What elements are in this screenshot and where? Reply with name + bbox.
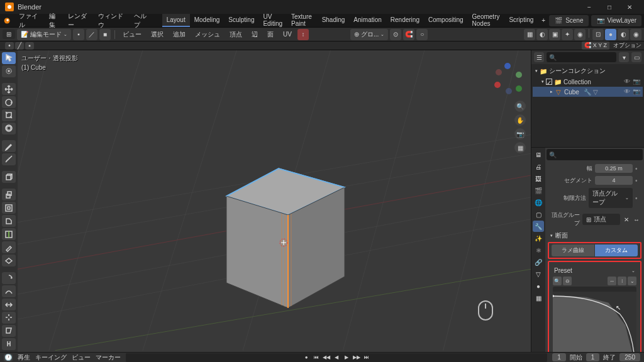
menu-edit[interactable]: 編集 bbox=[45, 14, 64, 27]
prev-key-button[interactable]: ◀◀ bbox=[322, 353, 331, 362]
edge-menu[interactable]: 辺 bbox=[248, 28, 262, 41]
mesh-display-button[interactable]: ▦ bbox=[524, 29, 535, 40]
curve-clip-v[interactable]: ⁝ bbox=[618, 277, 626, 285]
btn-lame-curve[interactable]: ラメ曲線 bbox=[552, 244, 594, 256]
gizmo-z[interactable] bbox=[504, 63, 511, 69]
proportional-button[interactable]: ○ bbox=[416, 29, 428, 40]
tool-loopcut[interactable] bbox=[2, 228, 16, 240]
prop-tab-output[interactable]: 🖨 bbox=[533, 161, 544, 172]
tab-compositing[interactable]: Compositing bbox=[424, 14, 468, 27]
maximize-button[interactable]: □ bbox=[600, 0, 619, 14]
curve-editor[interactable] bbox=[553, 287, 636, 352]
tool-annotate[interactable] bbox=[2, 140, 16, 152]
view-menu[interactable]: ビュー bbox=[119, 28, 145, 41]
scene-selector[interactable]: 🎬 Scene bbox=[549, 15, 588, 26]
preset-dropdown-icon[interactable]: ⌄ bbox=[631, 268, 635, 273]
prop-tab-modifier[interactable]: 🔧 bbox=[533, 221, 544, 232]
limit-dropdown[interactable]: 頂点グループ⌄ bbox=[589, 188, 633, 208]
workspace-add[interactable]: + bbox=[538, 14, 549, 27]
gizmo-y-neg[interactable] bbox=[516, 85, 522, 92]
tool-polybuild[interactable] bbox=[2, 255, 16, 266]
prop-tab-world[interactable]: 🌐 bbox=[533, 197, 544, 208]
prop-tab-viewlayer[interactable]: 🖼 bbox=[533, 173, 544, 184]
xyz-toggle[interactable]: 🧲 X Y Z bbox=[582, 41, 609, 50]
tab-animation[interactable]: Animation bbox=[349, 14, 386, 27]
face-select-mode[interactable]: ■ bbox=[99, 29, 111, 40]
checkbox-icon[interactable]: ✓ bbox=[546, 79, 552, 85]
3d-viewport[interactable]: ユーザー・透視投影 (1) Cube bbox=[18, 50, 531, 352]
add-menu[interactable]: 追加 bbox=[169, 28, 189, 41]
vertex-menu[interactable]: 頂点 bbox=[226, 28, 246, 41]
autokey-button[interactable]: ● bbox=[302, 353, 311, 362]
outliner-search[interactable]: 🔍 bbox=[547, 52, 616, 62]
tab-layout[interactable]: Layout bbox=[162, 14, 190, 27]
tab-geonodes[interactable]: Geometry Nodes bbox=[468, 14, 505, 27]
tab-texturepaint[interactable]: Texture Paint bbox=[287, 14, 318, 27]
tool-rip[interactable] bbox=[2, 338, 16, 350]
timeline-track[interactable]: ● ⏮ ◀◀ ◀ ▶ ▶▶ ⏭ bbox=[126, 353, 547, 362]
end-frame[interactable]: 250 bbox=[619, 353, 640, 361]
render-icon[interactable]: 📷 bbox=[633, 88, 640, 96]
gizmo-y[interactable] bbox=[516, 72, 522, 78]
rendered-shading[interactable]: ◉ bbox=[630, 29, 641, 40]
tool-select[interactable] bbox=[2, 52, 16, 64]
xray-button[interactable]: ▣ bbox=[549, 29, 560, 40]
btn-custom[interactable]: カスタム bbox=[595, 244, 638, 256]
prop-tab-particles[interactable]: ✨ bbox=[533, 233, 544, 244]
dot-icon[interactable]: • bbox=[635, 165, 640, 172]
wireframe-shading[interactable]: ⊡ bbox=[592, 29, 604, 40]
width-field[interactable]: 0.25 m bbox=[595, 164, 633, 173]
outliner-filter[interactable]: ▾ bbox=[619, 52, 629, 62]
snap-face[interactable]: ▪ bbox=[25, 42, 34, 50]
navigation-gizmo[interactable] bbox=[493, 63, 525, 94]
editor-type-button[interactable]: ⊞ bbox=[3, 30, 15, 39]
menu-help[interactable]: ヘルプ bbox=[130, 14, 155, 27]
gizmo-x-neg[interactable] bbox=[496, 69, 502, 75]
prop-tab-physics[interactable]: ⚛ bbox=[533, 244, 544, 256]
solid-shading[interactable]: ● bbox=[605, 29, 616, 40]
tool-smooth[interactable] bbox=[2, 285, 16, 297]
menu-window[interactable]: ウィンドウ bbox=[94, 14, 130, 27]
camera-icon[interactable]: 📷 bbox=[514, 128, 526, 140]
edge-select-mode[interactable]: ／ bbox=[86, 29, 97, 40]
segments-field[interactable]: 4 bbox=[595, 176, 633, 185]
prop-tab-data[interactable]: ▽ bbox=[533, 268, 544, 280]
next-key-button[interactable]: ▶▶ bbox=[352, 353, 361, 362]
dot-icon[interactable]: • bbox=[635, 195, 640, 202]
gizmo-button[interactable]: ✦ bbox=[562, 29, 573, 40]
select-menu[interactable]: 選択 bbox=[147, 28, 167, 41]
uv-menu[interactable]: UV bbox=[279, 28, 296, 41]
outliner-new-collection[interactable]: ▭ bbox=[631, 52, 641, 62]
face-menu[interactable]: 面 bbox=[264, 28, 277, 41]
current-frame[interactable]: 1 bbox=[552, 353, 566, 361]
curve-zoom-in[interactable]: 🔍 bbox=[553, 277, 562, 285]
orientation-selector[interactable]: ⊕グロ...⌄ bbox=[350, 29, 388, 40]
tool-spin[interactable] bbox=[2, 272, 16, 284]
menu-render[interactable]: レンダー bbox=[64, 14, 94, 27]
tool-knife[interactable] bbox=[2, 241, 16, 253]
overlays-button[interactable]: ◐ bbox=[536, 29, 548, 40]
overlays-toggle[interactable]: ◉ bbox=[574, 29, 586, 40]
minimize-button[interactable]: − bbox=[580, 0, 599, 14]
prop-tab-material[interactable]: ● bbox=[533, 280, 544, 292]
cube-mesh[interactable] bbox=[219, 157, 351, 314]
tool-edgeslide[interactable] bbox=[2, 299, 16, 310]
tool-scale[interactable] bbox=[2, 109, 16, 121]
mode-selector[interactable]: 📝 編集モード ⌄ bbox=[17, 29, 71, 40]
timeline-marker-menu[interactable]: マーカー bbox=[96, 353, 121, 362]
tab-uvediting[interactable]: UV Editing bbox=[258, 14, 287, 27]
tab-shading[interactable]: Shading bbox=[318, 14, 350, 27]
snap-button[interactable]: 🧲 bbox=[403, 29, 414, 40]
jump-end-button[interactable]: ⏭ bbox=[362, 353, 371, 362]
dot-icon[interactable]: • bbox=[635, 177, 640, 184]
material-shading[interactable]: ◐ bbox=[618, 29, 629, 40]
jump-start-button[interactable]: ⏮ bbox=[312, 353, 321, 362]
curve-tools[interactable]: ⌄ bbox=[628, 277, 636, 285]
curve-zoom-out[interactable]: ⊖ bbox=[563, 277, 572, 285]
timeline-editor-icon[interactable]: 🕐 bbox=[4, 354, 13, 361]
perspective-icon[interactable]: ▦ bbox=[514, 142, 526, 153]
vgroup-invert[interactable]: ↔ bbox=[633, 216, 640, 223]
uv-sync-button[interactable]: ↕ bbox=[297, 29, 309, 40]
start-frame[interactable]: 1 bbox=[586, 353, 600, 361]
tool-addcube[interactable] bbox=[2, 171, 16, 183]
